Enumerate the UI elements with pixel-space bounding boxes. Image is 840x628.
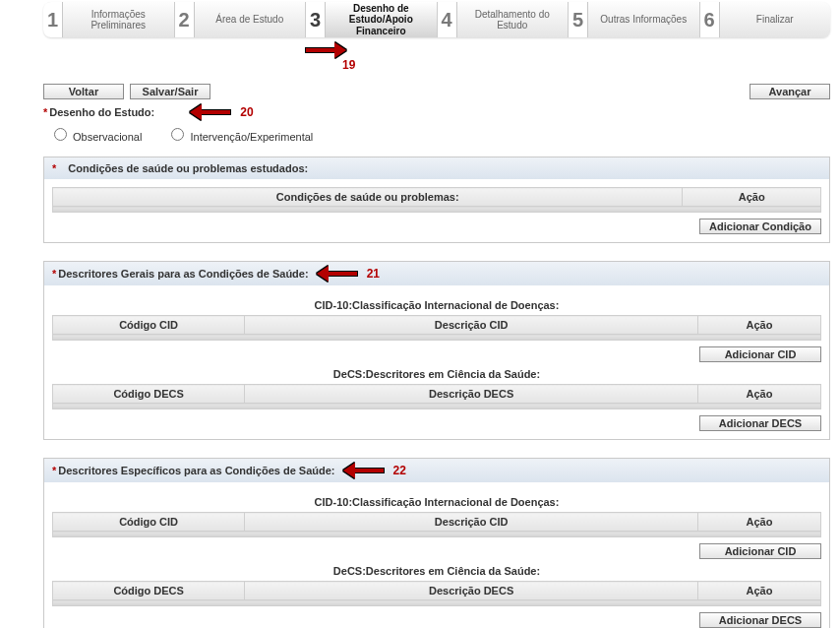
- col-desc-cid: Descrição CID: [245, 513, 698, 532]
- annotation-19-arrow: [305, 43, 830, 56]
- col-acao: Ação: [698, 582, 821, 600]
- salvar-sair-button[interactable]: Salvar/Sair: [130, 84, 210, 99]
- annotation-21: 21: [319, 267, 380, 281]
- panel-descritores-gerais: *Descritores Gerais para as Condições de…: [43, 261, 830, 440]
- wizard-step-6[interactable]: Finalizar: [720, 2, 831, 37]
- step-num-3: 3: [306, 2, 326, 37]
- table-cid-gerais: Código CID Descrição CID Ação: [52, 315, 821, 341]
- step-num-2: 2: [175, 2, 195, 37]
- radio-observacional[interactable]: Observacional: [49, 131, 142, 143]
- col-cond: Condições de saúde ou problemas:: [53, 188, 683, 207]
- avancar-button[interactable]: Avançar: [750, 84, 830, 99]
- voltar-button[interactable]: Voltar: [43, 84, 124, 99]
- wizard-step-1[interactable]: Informações Preliminares: [63, 2, 175, 37]
- table-decs-espec: Código DECS Descrição DECS Ação: [52, 581, 821, 606]
- annotation-20: 20: [192, 105, 253, 119]
- annotation-22: 22: [345, 464, 406, 477]
- step-num-6: 6: [700, 2, 720, 37]
- col-acao: Ação: [683, 188, 821, 207]
- wizard-step-4[interactable]: Detalhamento do Estudo: [457, 2, 570, 37]
- adicionar-condicao-button[interactable]: Adicionar Condição: [699, 219, 821, 234]
- arrow-left-icon: [319, 268, 358, 280]
- step-num-5: 5: [569, 2, 588, 37]
- annotation-19-number: 19: [342, 58, 830, 72]
- arrow-right-icon: [305, 44, 344, 56]
- col-codigo-cid: Código CID: [53, 513, 245, 532]
- panel-condicoes-title: Condições de saúde ou problemas estudado…: [68, 162, 308, 174]
- col-desc-decs: Descrição DECS: [245, 385, 698, 404]
- table-decs-gerais: Código DECS Descrição DECS Ação: [52, 384, 821, 409]
- wizard-step-3[interactable]: Desenho de Estudo/Apoio Financeiro: [326, 2, 438, 37]
- radio-intervencao[interactable]: Intervenção/Experimental: [166, 131, 313, 143]
- panel-condicoes: *Condições de saúde ou problemas estudad…: [43, 157, 830, 243]
- cid-subtitle: CID-10:Classificação Internacional de Do…: [52, 496, 821, 508]
- desenho-label: Desenho do Estudo:: [49, 106, 154, 118]
- wizard-steps: 1 Informações Preliminares 2 Área de Est…: [43, 2, 830, 37]
- col-desc-cid: Descrição CID: [245, 316, 698, 335]
- adicionar-cid-espec-button[interactable]: Adicionar CID: [699, 543, 821, 559]
- adicionar-decs-gerais-button[interactable]: Adicionar DECS: [699, 415, 821, 431]
- table-condicoes: Condições de saúde ou problemas: Ação: [52, 187, 821, 213]
- wizard-step-2[interactable]: Área de Estudo: [195, 2, 307, 37]
- col-acao: Ação: [698, 316, 821, 335]
- panel-descritores-especificos: *Descritores Específicos para as Condiçõ…: [43, 458, 830, 628]
- col-acao: Ação: [698, 513, 821, 532]
- step-num-4: 4: [438, 2, 457, 37]
- cid-subtitle: CID-10:Classificação Internacional de Do…: [52, 299, 821, 311]
- col-codigo-cid: Código CID: [53, 316, 245, 335]
- panel-espec-title: Descritores Específicos para as Condiçõe…: [58, 465, 334, 476]
- col-codigo-decs: Código DECS: [53, 582, 245, 600]
- wizard-step-5[interactable]: Outras Informações: [588, 2, 700, 37]
- panel-gerais-title: Descritores Gerais para as Condições de …: [58, 268, 308, 280]
- arrow-left-icon: [345, 465, 385, 476]
- adicionar-decs-espec-button[interactable]: Adicionar DECS: [699, 612, 821, 628]
- decs-subtitle: DeCS:Descritores em Ciência da Saúde:: [52, 565, 821, 577]
- col-desc-decs: Descrição DECS: [245, 582, 698, 600]
- decs-subtitle: DeCS:Descritores em Ciência da Saúde:: [52, 368, 821, 380]
- table-cid-espec: Código CID Descrição CID Ação: [52, 512, 821, 537]
- step-num-1: 1: [43, 2, 63, 37]
- col-acao: Ação: [698, 385, 821, 404]
- col-codigo-decs: Código DECS: [53, 385, 245, 404]
- arrow-left-icon: [192, 106, 231, 118]
- adicionar-cid-gerais-button[interactable]: Adicionar CID: [699, 346, 821, 362]
